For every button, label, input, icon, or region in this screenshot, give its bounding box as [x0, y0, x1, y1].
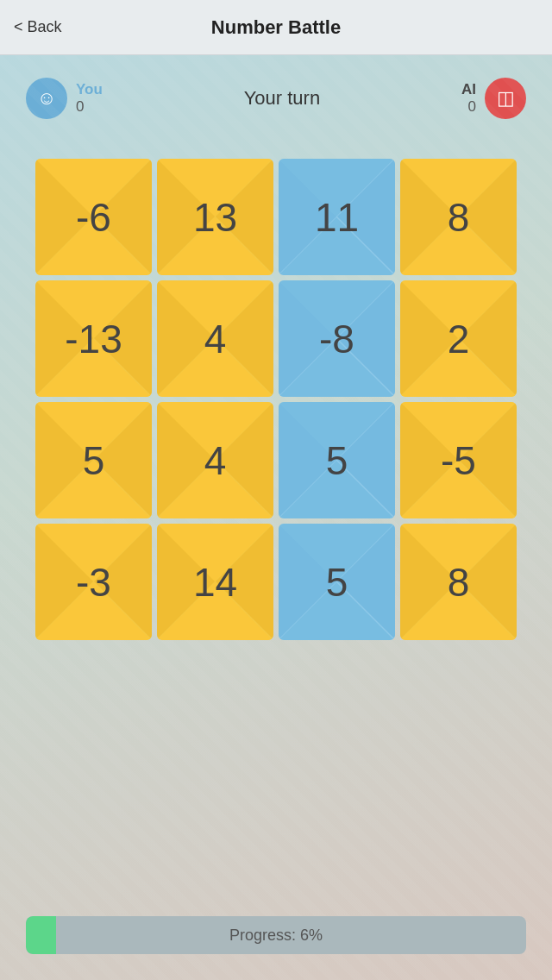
- tile-0[interactable]: -6: [35, 159, 152, 275]
- player-you-name: You: [76, 81, 103, 98]
- player-ai-name: AI: [461, 81, 476, 98]
- tile-number-12: -3: [76, 559, 111, 606]
- tile-number-2: 11: [315, 194, 359, 241]
- tile-10[interactable]: 5: [279, 402, 395, 518]
- main-content: ☺ You 0 Your turn AI 0 ◫ -613118-134-825…: [0, 55, 552, 980]
- tile-9[interactable]: 4: [157, 402, 273, 518]
- tile-number-6: -8: [319, 316, 354, 362]
- tile-number-14: 5: [326, 559, 348, 606]
- score-header: ☺ You 0 Your turn AI 0 ◫: [0, 64, 552, 133]
- tile-number-11: -5: [441, 437, 476, 484]
- tile-1[interactable]: 13: [157, 159, 273, 275]
- tile-3[interactable]: 8: [400, 159, 517, 275]
- tile-8[interactable]: 5: [35, 402, 152, 518]
- turn-indicator: Your turn: [244, 87, 320, 110]
- player-you-avatar: ☺: [26, 78, 67, 119]
- player-you-icon: ☺: [37, 87, 56, 110]
- player-ai-icon: ◫: [497, 87, 515, 110]
- player-ai-section: AI 0 ◫: [461, 78, 526, 119]
- player-you-section: ☺ You 0: [26, 78, 103, 119]
- tile-11[interactable]: -5: [400, 402, 517, 518]
- tile-15[interactable]: 8: [400, 524, 517, 640]
- progress-fill: [26, 916, 56, 954]
- tile-number-9: 4: [204, 437, 227, 484]
- back-button[interactable]: < Back: [14, 18, 62, 36]
- player-you-info: You 0: [76, 81, 103, 116]
- tile-2[interactable]: 11: [279, 159, 395, 275]
- nav-bar: < Back Number Battle: [0, 0, 552, 55]
- tile-14[interactable]: 5: [279, 524, 395, 640]
- tile-4[interactable]: -13: [35, 280, 152, 397]
- player-ai-info: AI 0: [461, 81, 476, 116]
- player-you-score: 0: [76, 98, 84, 116]
- tile-12[interactable]: -3: [35, 524, 152, 640]
- game-grid: -613118-134-82545-5-31458: [35, 159, 517, 640]
- tile-number-8: 5: [83, 437, 105, 484]
- player-ai-score: 0: [468, 98, 476, 116]
- player-ai-avatar: ◫: [485, 78, 526, 119]
- tile-13[interactable]: 14: [157, 524, 273, 640]
- tile-7[interactable]: 2: [400, 280, 517, 397]
- progress-label: Progress: 6%: [229, 927, 323, 945]
- tile-number-0: -6: [76, 194, 111, 241]
- tile-number-13: 14: [193, 559, 237, 606]
- tile-number-15: 8: [448, 559, 470, 606]
- tile-number-4: -13: [65, 316, 122, 362]
- nav-title: Number Battle: [211, 16, 341, 39]
- tile-number-7: 2: [448, 316, 470, 362]
- tile-number-10: 5: [326, 437, 348, 484]
- tile-6[interactable]: -8: [279, 280, 395, 397]
- tile-number-3: 8: [448, 194, 470, 241]
- back-label: < Back: [14, 18, 62, 36]
- tile-5[interactable]: 4: [157, 280, 273, 397]
- tile-number-5: 4: [204, 316, 227, 362]
- progress-bar-container: Progress: 6%: [26, 916, 526, 954]
- tile-number-1: 13: [193, 194, 237, 241]
